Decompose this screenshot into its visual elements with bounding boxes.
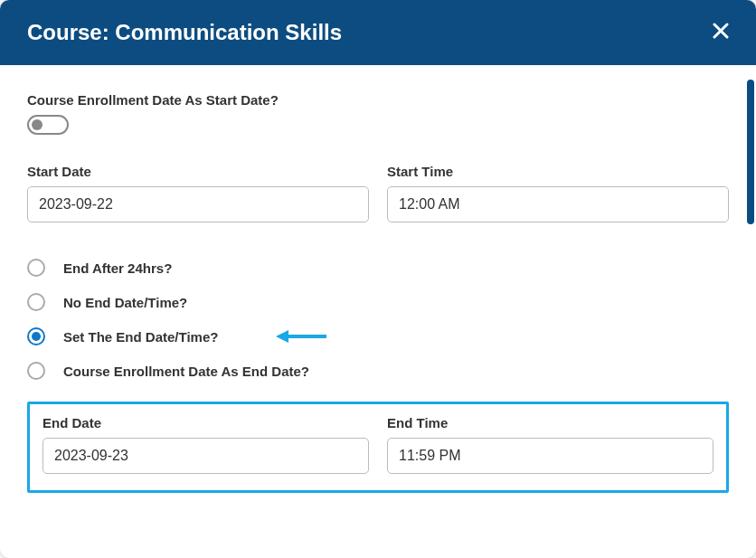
radio-label-no-end[interactable]: No End Date/Time? <box>63 295 187 310</box>
end-time-group: End Time <box>387 415 713 474</box>
start-time-group: Start Time <box>387 164 729 222</box>
toggle-knob <box>32 119 43 130</box>
end-date-label: End Date <box>43 415 369 430</box>
start-date-group: Start Date <box>27 164 369 222</box>
enrollment-start-question: Course Enrollment Date As Start Date? <box>27 92 729 108</box>
modal-header: Course: Communication Skills <box>0 0 756 65</box>
modal-body: Course Enrollment Date As Start Date? St… <box>0 65 756 551</box>
modal-title: Course: Communication Skills <box>27 20 342 45</box>
start-time-label: Start Time <box>387 164 729 179</box>
end-date-input[interactable] <box>43 438 369 474</box>
radio-label-set-end[interactable]: Set The End Date/Time? <box>63 329 218 345</box>
start-time-input[interactable] <box>387 186 729 222</box>
radio-row-end-24hrs: End After 24hrs? <box>27 259 729 277</box>
course-settings-modal: Course: Communication Skills Course Enro… <box>0 0 756 558</box>
start-date-label: Start Date <box>27 164 369 179</box>
start-fields-row: Start Date Start Time <box>27 164 729 222</box>
close-icon <box>713 21 729 43</box>
radio-no-end[interactable] <box>27 293 45 311</box>
end-fields-row: End Date End Time <box>43 415 713 474</box>
arrow-annotation <box>276 327 326 345</box>
enrollment-start-toggle[interactable] <box>27 115 69 135</box>
end-fields-highlight: End Date End Time <box>27 402 729 493</box>
enrollment-start-section: Course Enrollment Date As Start Date? <box>27 92 729 138</box>
end-options-group: End After 24hrs? No End Date/Time? Set T… <box>27 259 729 380</box>
svg-marker-1 <box>276 330 288 343</box>
radio-row-set-end: Set The End Date/Time? <box>27 327 729 345</box>
arrow-left-icon <box>276 327 326 345</box>
radio-label-enrollment-end[interactable]: Course Enrollment Date As End Date? <box>63 364 309 379</box>
end-time-label: End Time <box>387 415 713 430</box>
radio-end-24hrs[interactable] <box>27 259 45 277</box>
radio-row-enrollment-end: Course Enrollment Date As End Date? <box>27 362 729 380</box>
end-date-group: End Date <box>43 415 369 474</box>
radio-row-no-end: No End Date/Time? <box>27 293 729 311</box>
radio-enrollment-end[interactable] <box>27 362 45 380</box>
radio-label-end-24hrs[interactable]: End After 24hrs? <box>63 260 172 276</box>
radio-set-end[interactable] <box>27 327 45 345</box>
end-time-input[interactable] <box>387 438 713 474</box>
close-button[interactable] <box>713 23 729 43</box>
start-date-input[interactable] <box>27 186 369 222</box>
